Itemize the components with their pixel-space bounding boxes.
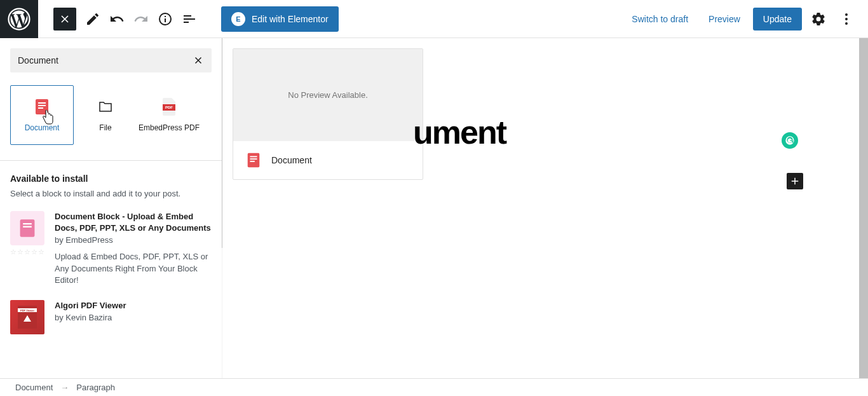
svg-rect-7 bbox=[38, 107, 43, 109]
svg-rect-17 bbox=[250, 156, 257, 158]
plugin-thumb-icon bbox=[10, 211, 44, 245]
plugin-item-algori[interactable]: PDF Viewer Algori PDF Viewer by Kevin Ba… bbox=[10, 300, 212, 334]
svg-point-2 bbox=[845, 18, 848, 20]
svg-rect-10 bbox=[20, 219, 35, 236]
search-value: Document bbox=[18, 55, 193, 65]
block-file[interactable]: File bbox=[74, 85, 137, 145]
block-inserter-panel: Document Document File bbox=[0, 38, 222, 378]
editor-topbar: E Edit with Elementor Switch to draft Pr… bbox=[0, 0, 868, 38]
breadcrumb-item[interactable]: Document bbox=[15, 383, 53, 392]
block-results: Document File PDF EmbedPress PDF bbox=[10, 85, 212, 145]
preview-button[interactable]: Preview bbox=[701, 9, 748, 29]
editor-canvas[interactable]: ument No Preview Available. Document bbox=[222, 38, 868, 378]
document-icon bbox=[246, 152, 261, 168]
elementor-label: Edit with Elementor bbox=[252, 14, 329, 24]
block-preview-popover: No Preview Available. Document bbox=[233, 48, 423, 180]
wordpress-logo[interactable] bbox=[0, 0, 38, 38]
svg-rect-12 bbox=[23, 226, 32, 228]
svg-rect-5 bbox=[38, 102, 46, 104]
grammarly-badge[interactable] bbox=[782, 132, 798, 149]
breadcrumb-item[interactable]: Paragraph bbox=[76, 383, 115, 392]
svg-point-3 bbox=[845, 22, 848, 25]
block-document[interactable]: Document bbox=[10, 85, 74, 145]
more-options-button[interactable] bbox=[835, 8, 858, 31]
close-inserter-button[interactable] bbox=[53, 8, 76, 31]
elementor-icon: E bbox=[231, 12, 245, 26]
preview-block-label: Document bbox=[271, 155, 312, 165]
plugin-rating: ☆☆☆☆☆ bbox=[10, 248, 44, 256]
svg-rect-19 bbox=[250, 161, 254, 162]
pencil-icon bbox=[85, 11, 100, 27]
clear-search-icon[interactable] bbox=[193, 55, 204, 66]
list-view-icon bbox=[182, 11, 197, 27]
info-button[interactable] bbox=[154, 8, 177, 31]
svg-rect-18 bbox=[250, 158, 257, 160]
embedpress-pdf-icon: PDF bbox=[160, 98, 178, 116]
svg-point-1 bbox=[845, 13, 848, 16]
topbar-right-actions: Switch to draft Preview Update bbox=[624, 8, 868, 31]
svg-text:PDF: PDF bbox=[165, 106, 173, 109]
wordpress-icon bbox=[8, 8, 31, 31]
switch-to-draft-button[interactable]: Switch to draft bbox=[624, 9, 696, 29]
svg-text:PDF Viewer: PDF Viewer bbox=[20, 309, 34, 312]
available-subtitle: Select a block to install and add it to … bbox=[10, 189, 212, 198]
info-icon bbox=[158, 11, 173, 27]
plugin-thumb-icon: PDF Viewer bbox=[10, 300, 44, 334]
plus-icon bbox=[789, 175, 801, 187]
svg-rect-6 bbox=[38, 105, 46, 106]
page-title-fragment: ument bbox=[413, 113, 506, 151]
gear-icon bbox=[811, 11, 826, 27]
preview-placeholder: No Preview Available. bbox=[233, 49, 423, 141]
edit-with-elementor-button[interactable]: E Edit with Elementor bbox=[221, 6, 339, 32]
cursor-hand-icon bbox=[41, 110, 54, 125]
undo-button[interactable] bbox=[105, 8, 128, 31]
toolbar-tools bbox=[81, 8, 201, 31]
svg-rect-16 bbox=[248, 153, 260, 167]
redo-icon bbox=[133, 11, 149, 27]
kebab-icon bbox=[839, 11, 854, 27]
svg-rect-11 bbox=[23, 223, 32, 224]
close-icon bbox=[58, 13, 71, 25]
block-search-input[interactable]: Document bbox=[10, 48, 212, 72]
available-to-install-heading: Available to install bbox=[10, 174, 212, 184]
block-embedpress-pdf[interactable]: PDF EmbedPress PDF bbox=[137, 85, 201, 145]
settings-button[interactable] bbox=[807, 8, 830, 31]
file-block-icon bbox=[97, 98, 114, 116]
update-button[interactable]: Update bbox=[753, 8, 802, 31]
block-breadcrumb: Document → Paragraph bbox=[0, 378, 868, 396]
redo-button[interactable] bbox=[130, 8, 153, 31]
edit-tool[interactable] bbox=[81, 8, 104, 31]
add-block-button[interactable] bbox=[787, 173, 803, 189]
chevron-right-icon: → bbox=[60, 383, 69, 392]
outline-button[interactable] bbox=[178, 8, 201, 31]
undo-icon bbox=[109, 11, 125, 27]
grammarly-icon bbox=[785, 135, 795, 146]
plugin-item-document-block[interactable]: ☆☆☆☆☆ Document Block - Upload & Embed Do… bbox=[10, 211, 212, 286]
